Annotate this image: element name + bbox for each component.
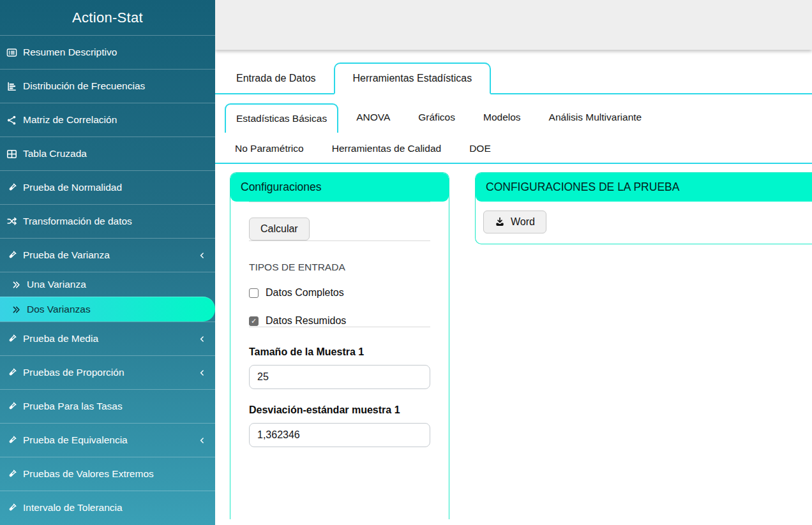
sidebar-item-pruebas-de-proporcion[interactable]: Pruebas de Proporción — [0, 355, 215, 389]
chevron-left-icon — [198, 369, 206, 377]
vial-icon — [6, 367, 17, 378]
std-dev-label: Desviación-estándar muestra 1 — [249, 404, 430, 416]
calculate-button[interactable]: Calcular — [249, 218, 310, 240]
main-tab-bar: Entrada de Datos Herramientas Estadístic… — [215, 63, 812, 94]
list-card-icon — [6, 47, 17, 58]
word-export-label: Word — [511, 216, 535, 228]
vial-icon — [6, 435, 17, 446]
frequency-chart-icon — [6, 81, 17, 92]
checkbox-row-datos-completos[interactable]: Datos Completos — [249, 287, 430, 299]
vial-icon — [6, 250, 17, 261]
vial-icon — [6, 334, 17, 344]
network-icon — [6, 115, 17, 126]
double-angles-icon — [11, 280, 21, 290]
sidebar-item-distribucion-de-frecuencias[interactable]: Distribución de Frecuencias — [0, 69, 215, 103]
subtab-no-parametrico[interactable]: No Paramétrico — [225, 135, 314, 163]
vial-icon — [6, 503, 17, 514]
subtab-analisis-multivariante[interactable]: Análisis Multivariante — [539, 103, 652, 131]
divider — [249, 240, 430, 241]
sidebar-item-prueba-de-normalidad[interactable]: Prueba de Normalidad — [0, 170, 215, 204]
config-panel-body: Calcular TIPOS DE ENTRADA Datos Completo… — [230, 202, 449, 460]
sample-size-input[interactable] — [249, 365, 430, 389]
word-export-button[interactable]: Word — [483, 211, 546, 233]
sidebar-item-pruebas-de-valores-extremos[interactable]: Pruebas de Valores Extremos — [0, 457, 215, 491]
app-title: Action-Stat — [0, 0, 215, 35]
sidebar-item-prueba-de-equivalencia[interactable]: Prueba de Equivalencia — [0, 423, 215, 457]
results-panel-title: CONFIGURACIONES DE LA PRUEBA — [476, 173, 812, 202]
panels-row: Configuraciones Calcular TIPOS DE ENTRAD… — [215, 164, 812, 519]
sidebar-item-una-varianza[interactable]: Una Varianza — [0, 272, 215, 297]
sidebar-item-transformacion-de-datos[interactable]: Transformación de datos — [0, 204, 215, 238]
tab-herramientas-estadisticas[interactable]: Herramientas Estadísticas — [334, 63, 492, 94]
sidebar-item-prueba-de-varianza[interactable]: Prueba de Varianza — [0, 238, 215, 272]
chevron-left-icon — [198, 436, 206, 445]
subtab-anova[interactable]: ANOVA — [346, 103, 400, 131]
config-panel: Configuraciones Calcular TIPOS DE ENTRAD… — [230, 172, 449, 519]
checkbox-label[interactable]: Datos Completos — [266, 287, 344, 299]
subtab-herramientas-de-calidad[interactable]: Herramientas de Calidad — [322, 135, 451, 163]
divider — [249, 202, 430, 202]
vial-icon — [6, 469, 17, 480]
sidebar-item-tabla-cruzada[interactable]: Tabla Cruzada — [0, 137, 215, 170]
divider — [249, 327, 430, 327]
double-angles-icon — [11, 305, 21, 314]
sidebar-item-dos-varianzas[interactable]: Dos Varianzas — [0, 297, 215, 322]
subtab-modelos[interactable]: Modelos — [473, 103, 531, 131]
checkbox-label[interactable]: Datos Resumidos — [266, 315, 346, 327]
sidebar-menu: Resumen Descriptivo Distribución de Frec… — [0, 35, 215, 524]
subtab-estadisticas-basicas[interactable]: Estadísticas Básicas — [225, 103, 338, 133]
sidebar-item-intervalo-de-tolerancia[interactable]: Intervalo de Tolerancia — [0, 491, 215, 524]
sidebar-item-resumen-descriptivo[interactable]: Resumen Descriptivo — [0, 35, 215, 69]
vial-icon — [6, 401, 17, 412]
checkbox[interactable] — [249, 316, 259, 326]
main-area: Entrada de Datos Herramientas Estadístic… — [215, 0, 812, 525]
vial-icon — [6, 182, 17, 193]
chevron-left-icon — [198, 335, 206, 343]
subtab-graficos[interactable]: Gráficos — [408, 103, 465, 131]
subtab-doe[interactable]: DOE — [459, 135, 501, 163]
chevron-left-icon — [198, 251, 206, 260]
sidebar: Action-Stat Resumen Descriptivo Distribu… — [0, 0, 215, 525]
sidebar-item-matriz-de-correlacion[interactable]: Matriz de Correlación — [0, 103, 215, 137]
tab-entrada-de-datos[interactable]: Entrada de Datos — [218, 64, 334, 93]
table-icon — [6, 149, 17, 159]
input-types-heading: TIPOS DE ENTRADA — [249, 262, 430, 273]
sidebar-item-prueba-para-las-tasas[interactable]: Prueba Para las Tasas — [0, 389, 215, 423]
std-dev-input[interactable] — [249, 423, 430, 447]
checkbox[interactable] — [249, 288, 259, 298]
sample-size-label: Tamaño de la Muestra 1 — [249, 346, 430, 358]
config-panel-title: Configuraciones — [230, 173, 449, 202]
results-panel-body: Word — [476, 202, 812, 244]
sub-tab-bar: Estadísticas Básicas ANOVA Gráficos Mode… — [215, 103, 812, 164]
content-area: Entrada de Datos Herramientas Estadístic… — [215, 50, 812, 519]
results-panel: CONFIGURACIONES DE LA PRUEBA Word — [475, 172, 812, 244]
shuffle-icon — [6, 216, 17, 227]
download-icon — [495, 217, 505, 227]
checkbox-row-datos-resumidos[interactable]: Datos Resumidos — [249, 315, 430, 327]
top-header-bar — [215, 0, 812, 50]
sidebar-item-prueba-de-media[interactable]: Prueba de Media — [0, 322, 215, 355]
